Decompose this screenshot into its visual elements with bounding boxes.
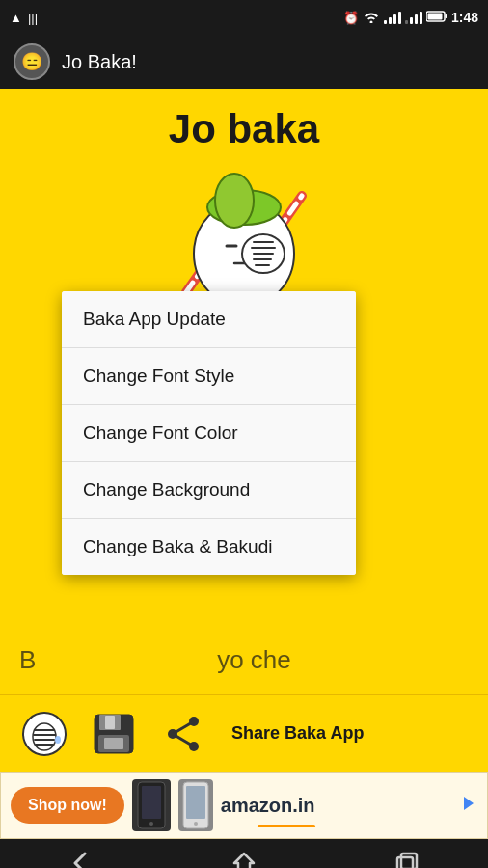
svg-rect-2: [445, 14, 447, 18]
svg-point-29: [55, 736, 61, 744]
svg-point-42: [149, 822, 153, 826]
svg-rect-34: [104, 738, 123, 749]
dropdown-menu: Baka App Update Change Font Style Change…: [62, 291, 356, 575]
svg-rect-44: [186, 786, 205, 819]
svg-point-9: [215, 174, 254, 228]
menu-item-font-style[interactable]: Change Font Style: [62, 348, 356, 405]
wifi-icon: [363, 10, 380, 26]
save-button[interactable]: [89, 709, 139, 759]
recents-button[interactable]: [374, 842, 440, 868]
menu-item-baka-update[interactable]: Baka App Update: [62, 291, 356, 348]
ad-product-image-2: [178, 779, 213, 831]
svg-marker-47: [234, 854, 254, 868]
time-display: 1:48: [451, 10, 478, 25]
svg-point-45: [194, 822, 198, 826]
status-bar: ▲ ||| ⏰: [0, 0, 488, 35]
menu-item-background[interactable]: Change Background: [62, 462, 356, 519]
share-label: Share Baka App: [231, 723, 364, 744]
back-button[interactable]: [48, 842, 114, 868]
sim-icon: |||: [28, 11, 38, 25]
app-title: Jo Baka!: [62, 51, 137, 73]
page-title: Jo baka: [0, 89, 488, 162]
ad-arrow-icon: [460, 795, 477, 816]
svg-rect-1: [427, 13, 442, 19]
status-right-icons: ⏰: [343, 10, 478, 26]
signal-2-icon: [405, 11, 422, 24]
ad-banner: Shop now! amazon.in: [0, 772, 488, 839]
menu-item-baka-bakudi[interactable]: Change Baka & Bakudi: [62, 519, 356, 575]
ad-product-image-1: [132, 779, 171, 831]
status-left-icons: ▲ |||: [10, 11, 38, 25]
svg-rect-48: [397, 857, 413, 868]
svg-rect-41: [142, 786, 161, 819]
action-bar: Share Baka App: [0, 694, 488, 772]
svg-rect-49: [401, 854, 417, 868]
svg-rect-32: [105, 716, 115, 729]
alarm-icon: ⏰: [343, 11, 359, 25]
battery-icon: [426, 11, 447, 25]
bottom-text-partial: B yo che: [0, 645, 488, 675]
share-button[interactable]: [158, 709, 208, 759]
svg-point-24: [33, 723, 56, 750]
nav-bar: [0, 839, 488, 868]
menu-item-font-color[interactable]: Change Font Color: [62, 405, 356, 462]
main-content: Jo baka: [0, 89, 488, 694]
app-bar: 😑 Jo Baka!: [0, 35, 488, 89]
character-illustration: [157, 167, 331, 312]
notification-icon: ▲: [10, 11, 22, 25]
home-button[interactable]: [211, 842, 277, 868]
svg-line-38: [173, 721, 194, 734]
baka-face-button[interactable]: [19, 709, 69, 759]
avatar: 😑: [14, 43, 50, 80]
amazon-logo: amazon.in: [221, 792, 315, 820]
svg-line-39: [173, 734, 194, 746]
svg-marker-46: [464, 797, 474, 810]
signal-1-icon: [384, 11, 401, 24]
shop-now-button[interactable]: Shop now!: [11, 787, 124, 824]
avatar-icon: 😑: [21, 51, 42, 72]
